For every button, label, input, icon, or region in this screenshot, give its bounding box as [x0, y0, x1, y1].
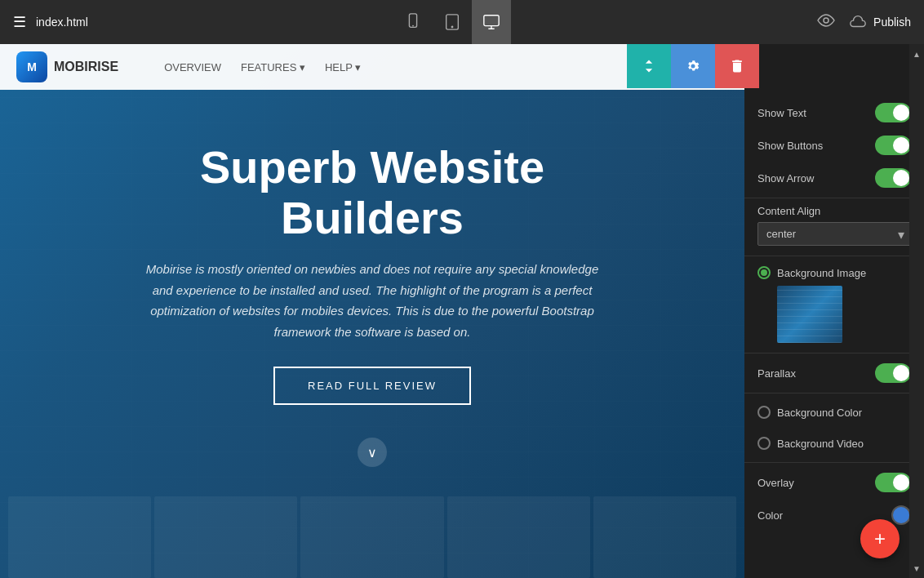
- svg-point-3: [451, 26, 452, 27]
- divider-1: [744, 198, 924, 198]
- background-color-label: Background Color: [777, 407, 862, 419]
- show-buttons-label: Show Buttons: [757, 140, 823, 152]
- publish-label: Publish: [873, 16, 911, 29]
- background-image-row: Background Image: [757, 266, 911, 279]
- overlay-row: Overlay: [744, 466, 924, 499]
- color-row: Color: [744, 499, 924, 531]
- preview-scroll-arrow: ∨: [358, 438, 387, 467]
- filename: index.html: [36, 16, 88, 29]
- brand-name: MOBIRISE: [54, 60, 118, 74]
- preview-body-text: Mobirise is mostly oriented on newbies a…: [144, 259, 601, 342]
- show-arrow-label: Show Arrow: [757, 172, 814, 185]
- main-area: M MOBIRISE OVERVIEW FEATURES ▾ HELP ▾ DO…: [0, 44, 924, 578]
- strip-thumb-3: [300, 496, 443, 578]
- strip-thumb-4: [447, 496, 590, 578]
- show-arrow-toggle[interactable]: [875, 168, 911, 188]
- menu-icon[interactable]: ☰: [13, 13, 26, 31]
- parallax-toggle[interactable]: [875, 363, 911, 383]
- overlay-label: Overlay: [757, 477, 794, 489]
- background-image-label: Background Image: [777, 267, 866, 279]
- preview-thumbnail-strip: [0, 472, 744, 578]
- show-text-row: Show Text: [744, 96, 924, 129]
- preview-heading: Superb Website Builders: [200, 142, 544, 242]
- background-video-label: Background Video: [777, 438, 864, 450]
- desktop-device-btn[interactable]: [472, 0, 511, 44]
- publish-button[interactable]: Publish: [849, 13, 911, 31]
- nav-links: OVERVIEW FEATURES ▾ HELP ▾: [164, 61, 361, 73]
- parallax-label: Parallax: [757, 367, 796, 380]
- settings-button[interactable]: [671, 44, 715, 88]
- content-align-section: Content Align left center right: [744, 202, 924, 252]
- background-image-thumbnail[interactable]: [777, 286, 842, 343]
- svg-point-5: [824, 18, 828, 23]
- reorder-button[interactable]: [627, 44, 671, 88]
- strip-thumb-2: [154, 496, 297, 578]
- tablet-device-btn[interactable]: [433, 0, 472, 44]
- background-video-radio[interactable]: [757, 437, 771, 450]
- mobile-device-btn[interactable]: [393, 0, 433, 44]
- align-select-wrapper: left center right: [757, 222, 911, 246]
- color-swatch[interactable]: [891, 505, 911, 525]
- background-image-radio[interactable]: [757, 266, 771, 279]
- preview-area: M MOBIRISE OVERVIEW FEATURES ▾ HELP ▾ DO…: [0, 44, 744, 578]
- scroll-up-arrow[interactable]: ▲: [909, 44, 924, 64]
- background-video-row: Background Video: [744, 428, 924, 459]
- show-buttons-toggle[interactable]: [875, 136, 911, 155]
- scroll-controls: ▲ ▼: [909, 44, 924, 578]
- content-align-select[interactable]: left center right: [757, 222, 911, 246]
- background-video-inner: Background Video: [757, 437, 864, 450]
- settings-panel: Show Text Show Buttons Show Arrow Conten…: [744, 44, 924, 578]
- nav-logo: M MOBIRISE: [16, 51, 118, 82]
- background-color-row: Background Color: [744, 397, 924, 428]
- divider-2: [744, 256, 924, 256]
- gear-icon: [685, 58, 701, 74]
- background-color-inner: Background Color: [757, 406, 862, 419]
- svg-rect-4: [484, 16, 499, 26]
- device-switcher: [393, 0, 511, 44]
- divider-4: [744, 393, 924, 393]
- color-label: Color: [757, 509, 783, 522]
- show-text-toggle[interactable]: [875, 103, 911, 122]
- strip-thumb-1: [8, 496, 151, 578]
- parallax-row: Parallax: [744, 357, 924, 389]
- preview-cta-button[interactable]: READ FULL REVIEW: [273, 367, 471, 405]
- show-buttons-row: Show Buttons: [744, 129, 924, 162]
- thumbnail-preview: [777, 286, 842, 343]
- reorder-icon: [641, 58, 657, 74]
- preview-icon[interactable]: [816, 11, 836, 33]
- divider-5: [744, 462, 924, 463]
- background-image-section: Background Image: [744, 260, 924, 349]
- logo-icon: M: [16, 51, 47, 82]
- trash-icon: [729, 58, 745, 74]
- show-text-label: Show Text: [757, 107, 806, 119]
- nav-overview: OVERVIEW: [164, 61, 221, 73]
- divider-3: [744, 353, 924, 353]
- content-align-label: Content Align: [757, 205, 911, 217]
- strip-thumb-5: [593, 496, 736, 578]
- panel-action-buttons: [627, 44, 759, 88]
- svg-point-1: [412, 25, 414, 27]
- preview-content: Superb Website Builders Mobirise is most…: [0, 109, 744, 500]
- nav-help: HELP ▾: [325, 61, 361, 73]
- cloud-icon: [849, 13, 867, 31]
- overlay-toggle[interactable]: [875, 473, 911, 492]
- background-color-radio[interactable]: [757, 406, 771, 419]
- nav-features: FEATURES ▾: [241, 61, 305, 73]
- delete-button[interactable]: [715, 44, 759, 88]
- scroll-down-arrow[interactable]: ▼: [909, 558, 924, 578]
- toolbar: ☰ index.html Publish: [0, 0, 924, 44]
- fab-add-button[interactable]: +: [860, 519, 900, 558]
- show-arrow-row: Show Arrow: [744, 162, 924, 194]
